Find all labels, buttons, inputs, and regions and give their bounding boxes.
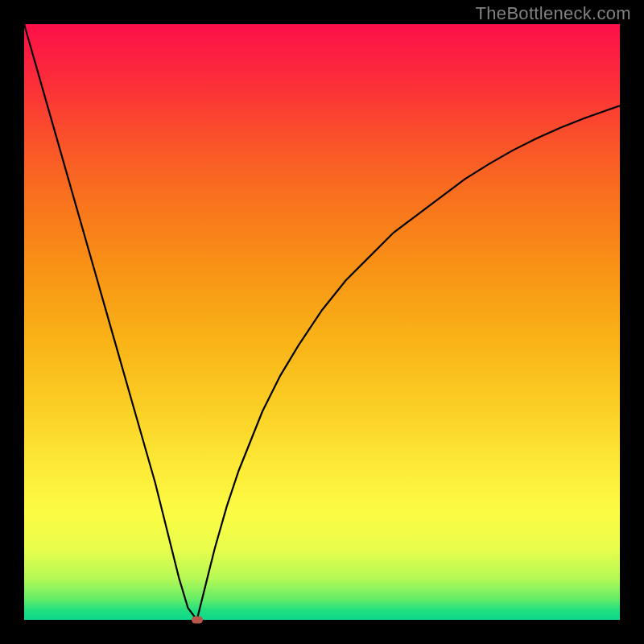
bottleneck-curve-path bbox=[24, 24, 620, 620]
chart-root: TheBottleneck.com bbox=[0, 0, 644, 644]
watermark-text: TheBottleneck.com bbox=[476, 3, 631, 24]
plot-area bbox=[24, 24, 620, 620]
minimum-marker bbox=[192, 617, 203, 624]
curve-layer bbox=[24, 24, 620, 620]
